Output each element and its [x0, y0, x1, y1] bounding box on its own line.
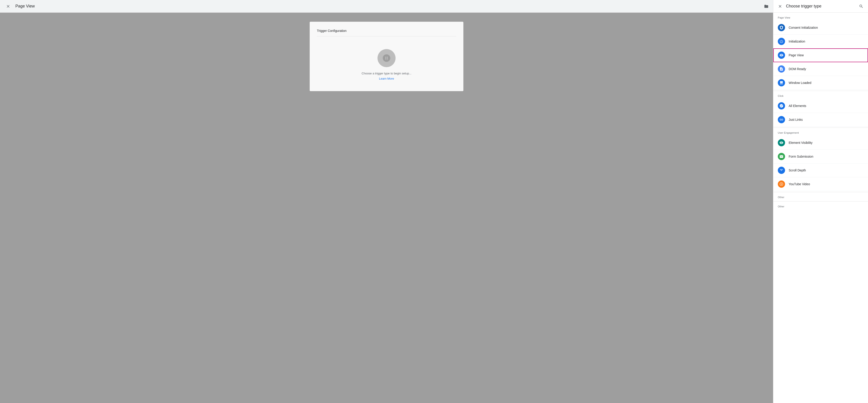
youtube-video-icon — [778, 180, 785, 188]
all-elements-label: All Elements — [789, 104, 806, 108]
folder-icon — [764, 4, 769, 8]
section-label-other: Other — [773, 192, 868, 200]
left-content: Trigger Configuration Choose a trigger t… — [0, 13, 773, 403]
just-links-label: Just Links — [789, 118, 803, 121]
trigger-item-all-elements[interactable]: All Elements — [773, 99, 868, 113]
page-view-label: Page View — [789, 53, 804, 57]
initialization-label: Initialization — [789, 39, 805, 43]
trigger-item-dom-ready[interactable]: DOM Ready — [773, 62, 868, 76]
window-loaded-icon — [778, 79, 785, 86]
page-title: Page View — [16, 4, 761, 8]
scroll-depth-icon — [778, 167, 785, 174]
just-links-icon — [778, 116, 785, 123]
element-visibility-label: Element Visibility — [789, 141, 813, 145]
trigger-config-body: Choose a trigger type to begin setup... … — [317, 42, 456, 84]
page-view-icon — [778, 52, 785, 59]
trigger-item-initialization[interactable]: Initialization — [773, 35, 868, 49]
left-header: Page View — [0, 0, 773, 13]
search-icon[interactable] — [859, 4, 864, 8]
section-label-other: Other — [773, 201, 868, 210]
trigger-item-consent-init[interactable]: Consent Initialization — [773, 21, 868, 35]
consent-init-icon — [778, 24, 785, 31]
trigger-item-just-links[interactable]: Just Links — [773, 113, 868, 127]
section-label-user-engagement: User Engagement — [773, 127, 868, 136]
initialization-icon — [778, 38, 785, 45]
learn-more-link[interactable]: Learn More — [379, 77, 394, 80]
section-label-click: Click — [773, 91, 868, 99]
consent-init-label: Consent Initialization — [789, 26, 818, 29]
element-visibility-icon — [778, 139, 785, 146]
window-loaded-label: Window Loaded — [789, 81, 811, 85]
trigger-config-title: Trigger Configuration — [317, 29, 456, 36]
dom-ready-label: DOM Ready — [789, 67, 806, 71]
trigger-item-youtube-video[interactable]: YouTube Video — [773, 177, 868, 191]
trigger-item-page-view[interactable]: Page View — [773, 49, 868, 62]
trigger-sections-container: Page ViewConsent InitializationInitializ… — [773, 13, 868, 210]
trigger-item-window-loaded[interactable]: Window Loaded — [773, 76, 868, 90]
form-submission-icon — [778, 153, 785, 160]
form-submission-label: Form Submission — [789, 155, 813, 158]
trigger-item-scroll-depth[interactable]: Scroll Depth — [773, 164, 868, 177]
right-close-button[interactable] — [778, 4, 782, 8]
youtube-video-label: YouTube Video — [789, 182, 810, 186]
left-panel: Page View Trigger Configuration Choose a… — [0, 0, 773, 403]
section-label-page-view: Page View — [773, 13, 868, 21]
scroll-depth-label: Scroll Depth — [789, 169, 806, 172]
trigger-item-element-visibility[interactable]: Element Visibility — [773, 136, 868, 150]
dom-ready-icon — [778, 65, 785, 73]
left-close-button[interactable] — [4, 3, 12, 10]
trigger-item-form-submission[interactable]: Form Submission — [773, 150, 868, 164]
trigger-placeholder-icon — [377, 49, 396, 67]
trigger-config-card: Trigger Configuration Choose a trigger t… — [310, 22, 463, 91]
right-header: Choose trigger type — [773, 0, 868, 13]
all-elements-icon — [778, 102, 785, 110]
trigger-prompt-text: Choose a trigger type to begin setup... — [362, 72, 411, 75]
panel-title: Choose trigger type — [786, 4, 855, 8]
right-panel: Choose trigger type Page ViewConsent Ini… — [773, 0, 868, 403]
